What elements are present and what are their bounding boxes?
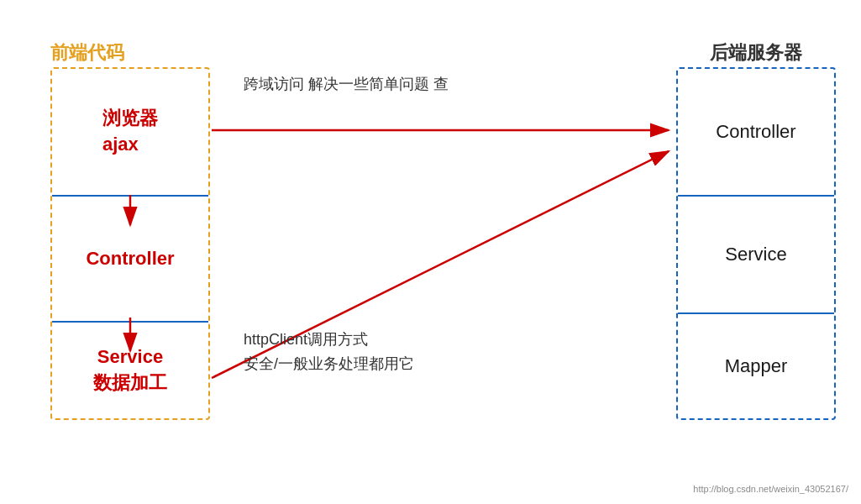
right-section-mapper: Mapper [678, 314, 834, 418]
diagram-container: 前端代码 浏览器 ajax Controller Service 数据加工 后端… [0, 0, 861, 504]
left-service-label: Service 数据加工 [93, 344, 167, 396]
browser-label: 浏览器 ajax [102, 106, 158, 158]
left-section-browser: 浏览器 ajax [52, 69, 208, 195]
left-controller-label: Controller [86, 248, 174, 270]
right-section-service: Service [678, 197, 834, 312]
left-box: 浏览器 ajax Controller Service 数据加工 [50, 67, 210, 420]
left-section-controller: Controller [52, 197, 208, 321]
right-box-title: 后端服务器 [676, 40, 836, 66]
right-mapper-label: Mapper [725, 355, 788, 377]
label-httpclient: httpClient调用方式 安全/一般业务处理都用它 [244, 328, 414, 376]
right-box: Controller Service Mapper [676, 67, 836, 420]
right-controller-label: Controller [716, 121, 795, 143]
left-section-service: Service 数据加工 [52, 323, 208, 418]
left-box-title: 前端代码 [50, 40, 124, 66]
right-section-controller: Controller [678, 69, 834, 195]
watermark: http://blog.csdn.net/weixin_43052167/ [693, 484, 848, 494]
right-service-label: Service [725, 244, 786, 265]
label-cross-domain: 跨域访问 解决一些简单问题 查 [244, 74, 449, 94]
